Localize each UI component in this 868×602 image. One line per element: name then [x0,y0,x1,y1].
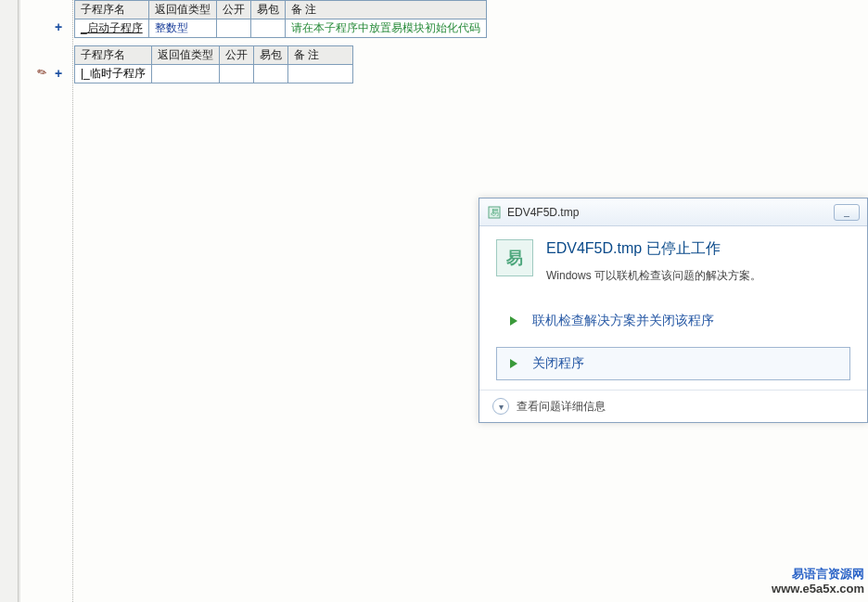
subroutine-table: 子程序名 返回值类型 公开 易包 备 注 _启动子程序 整数型 请在本子程序中放… [74,0,487,38]
arrow-right-icon [506,314,521,328]
cell-public[interactable] [219,65,253,83]
dialog-large-app-icon: 易 [496,239,533,276]
marker-gutter [20,0,72,602]
dialog-subtext: Windows 可以联机检查该问题的解决方案。 [546,268,761,284]
view-details-link[interactable]: 查看问题详细信息 [517,399,606,415]
dialog-titlebar[interactable]: 易 EDV4F5D.tmp ⎯ [479,199,867,226]
dialog-footer: ▾ 查看问题详细信息 [479,390,867,422]
col-header-ret: 返回值类型 [148,1,216,19]
option-label: 关闭程序 [532,355,584,372]
col-header-ypackage: 易包 [253,46,287,65]
option-label: 联机检查解决方案并关闭该程序 [532,313,714,329]
col-header-ypackage: 易包 [250,1,285,19]
watermark-url: www.e5a5x.com [772,582,864,596]
col-header-public: 公开 [219,46,253,65]
arrow-right-icon [506,356,521,371]
col-header-remark: 备 注 [285,1,486,19]
dialog-heading: EDV4F5D.tmp 已停止工作 [546,239,761,259]
minimize-button[interactable]: ⎯ [834,204,860,221]
col-header-name: 子程序名 [75,46,152,65]
crash-dialog: 易 EDV4F5D.tmp ⎯ 易 EDV4F5D.tmp 已停止工作 Wind… [479,198,868,423]
table-header-row: 子程序名 返回值类型 公开 易包 备 注 [75,46,353,65]
col-header-ret: 返回值类型 [151,46,219,65]
dialog-title: EDV4F5D.tmp [507,206,579,219]
table-row[interactable]: _启动子程序 整数型 请在本子程序中放置易模块初始化代码 [75,19,487,38]
watermark: 易语言资源网 www.e5a5x.com [772,567,864,597]
dialog-app-icon: 易 [487,205,502,220]
cell-remark[interactable] [287,65,352,83]
cell-ret-type[interactable]: 整数型 [148,19,216,38]
fold-line [72,0,73,602]
dialog-options: 联机检查解决方案并关闭该程序 关闭程序 [496,304,850,380]
dialog-body: 易 EDV4F5D.tmp 已停止工作 Windows 可以联机检查该问题的解决… [479,226,867,390]
svg-text:易: 易 [491,208,499,217]
cell-public[interactable] [216,19,250,38]
subroutine-table: 子程序名 返回值类型 公开 易包 备 注 |_临时子程序 [74,45,353,83]
col-header-remark: 备 注 [287,46,352,65]
watermark-line1: 易语言资源网 [772,567,864,582]
cell-name[interactable]: |_临时子程序 [75,65,152,83]
expand-icon[interactable]: + [55,66,62,81]
window-buttons: ⎯ [834,204,860,221]
expand-icon[interactable]: + [55,19,62,34]
option-close-program[interactable]: 关闭程序 [496,347,850,380]
table-header-row: 子程序名 返回值类型 公开 易包 备 注 [75,1,487,19]
chevron-down-icon[interactable]: ▾ [492,398,509,415]
cell-name[interactable]: _启动子程序 [75,19,149,38]
col-header-name: 子程序名 [75,1,149,19]
line-number-gutter [0,0,19,602]
table-row[interactable]: |_临时子程序 [75,65,353,83]
cell-remark[interactable]: 请在本子程序中放置易模块初始化代码 [285,19,486,38]
option-check-online[interactable]: 联机检查解决方案并关闭该程序 [496,304,850,338]
cell-ret-type[interactable] [151,65,219,83]
cell-ypackage[interactable] [250,19,285,38]
cell-ypackage[interactable] [253,65,287,83]
col-header-public: 公开 [216,1,250,19]
